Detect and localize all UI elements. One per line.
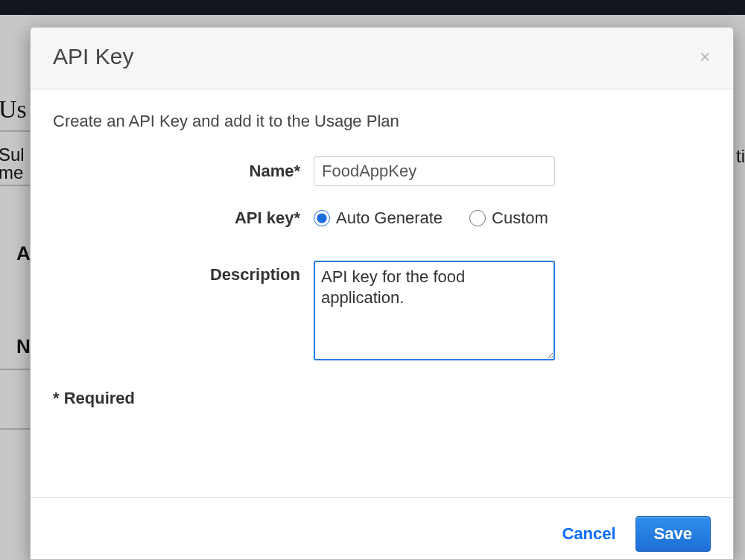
cancel-button[interactable]: Cancel [562, 524, 615, 544]
label-api-key: API key* [53, 209, 314, 228]
bg-heading: Us [0, 95, 27, 124]
radio-auto-generate-label: Auto Generate [336, 209, 443, 228]
save-button[interactable]: Save [635, 516, 711, 552]
radio-custom[interactable]: Custom [469, 209, 548, 228]
row-description: Description [53, 261, 711, 363]
bg-tab-n: N [16, 335, 31, 358]
row-api-key: API key* Auto Generate Custom [53, 209, 711, 228]
bg-tab-a: A [16, 242, 31, 265]
app-topbar [0, 0, 745, 15]
modal-title: API Key [53, 44, 133, 69]
name-input[interactable] [314, 156, 555, 186]
modal-footer: Cancel Save [31, 497, 733, 559]
description-input[interactable] [314, 261, 555, 360]
close-icon[interactable]: × [700, 47, 711, 66]
radio-custom-label: Custom [492, 209, 548, 228]
bg-right-frag: ti [736, 146, 745, 167]
modal-body: Create an API Key and add it to the Usag… [31, 89, 733, 497]
modal-header: API Key × [31, 28, 733, 89]
label-description: Description [53, 261, 314, 284]
radio-auto-generate-input[interactable] [314, 210, 330, 226]
radio-auto-generate[interactable]: Auto Generate [314, 209, 443, 228]
required-note: * Required [53, 389, 711, 408]
radio-custom-input[interactable] [469, 210, 486, 226]
modal-intro: Create an API Key and add it to the Usag… [53, 112, 711, 131]
bg-sub-2: me [0, 162, 23, 183]
api-key-modal: API Key × Create an API Key and add it t… [30, 27, 734, 560]
row-name: Name* [53, 156, 711, 186]
label-name: Name* [53, 162, 314, 181]
